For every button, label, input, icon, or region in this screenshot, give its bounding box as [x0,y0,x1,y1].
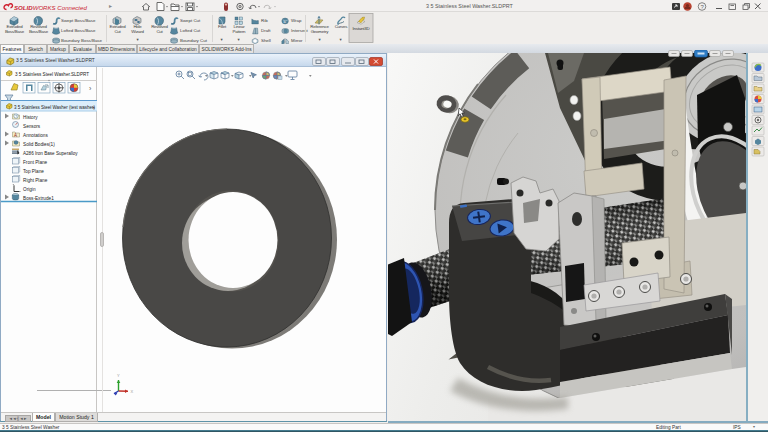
svg-text:History: History [23,115,38,120]
svg-text:Boss-Extrude1: Boss-Extrude1 [23,196,54,201]
svg-text:3 5 Stainless Steel Washer.SLD: 3 5 Stainless Steel Washer.SLDPRT [15,72,89,77]
svg-text:Top Plane: Top Plane [23,169,44,174]
svg-text:Right Plane: Right Plane [23,178,48,183]
svg-text:Origin: Origin [23,187,36,192]
svg-text:A286 Iron Base Superalloy: A286 Iron Base Superalloy [23,151,78,156]
svg-text:?: ? [701,4,705,10]
svg-text:›: › [89,85,92,92]
svg-text:X: X [131,389,134,394]
svg-text:Y: Y [117,373,120,378]
svg-text:Annotations: Annotations [23,133,48,138]
svg-text:Sensors: Sensors [23,124,41,129]
svg-text:Front Plane: Front Plane [23,160,48,165]
svg-text:Solid Bodies(1): Solid Bodies(1) [23,142,55,147]
svg-text:3 5 Stainless Steel Washer (te: 3 5 Stainless Steel Washer (test washer) [14,105,96,110]
svg-text:SOLIDWORKS Connected: SOLIDWORKS Connected [14,4,87,11]
svg-text:A: A [14,133,17,138]
